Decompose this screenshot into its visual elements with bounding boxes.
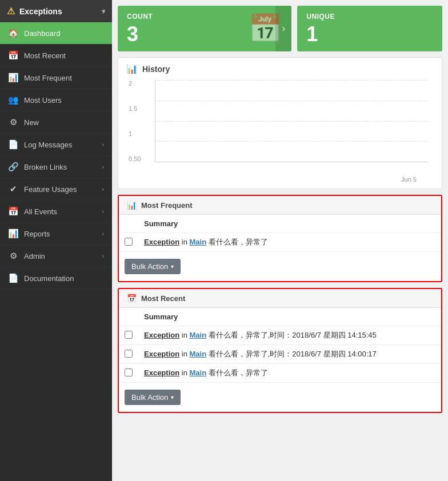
exception-link[interactable]: Exception (144, 238, 179, 246)
sidebar-item-log-messages[interactable]: 📄 Log Messages › (0, 134, 112, 156)
sidebar-item-broken-links[interactable]: 🔗 Broken Links › (0, 156, 112, 178)
events-icon: 📅 (8, 206, 18, 217)
sidebar-item-admin[interactable]: ⚙ Admin › (0, 245, 112, 267)
exception-desc: 看什么看，异常了,时间：2018/6/7 星期四 14:15:45 (209, 331, 377, 339)
main-link[interactable]: Main (189, 368, 206, 377)
main-content: COUNT 3 📅 › UNIQUE 1 📊 History (112, 0, 448, 481)
sidebar-item-documentation[interactable]: 📄 Documentation (0, 267, 112, 290)
new-icon: ⚙ (8, 117, 18, 127)
chart-area (155, 80, 428, 162)
checkbox-cell[interactable] (119, 364, 138, 383)
summary-header: Summary (138, 308, 441, 326)
sidebar-item-reports[interactable]: 📊 Reports › (0, 223, 112, 245)
in-text: in (182, 331, 190, 339)
main-link[interactable]: Main (189, 238, 206, 246)
sidebar-item-most-users[interactable]: 👥 Most Users (0, 89, 112, 111)
sidebar-item-label: Most Users (24, 96, 104, 105)
sidebar-item-most-recent[interactable]: 📅 Most Recent (0, 45, 112, 67)
table-row: Exception in Main 看什么看，异常了 (119, 233, 441, 252)
arrow-right-icon: › (102, 186, 104, 193)
count-info: COUNT 3 (127, 13, 153, 45)
unique-card: UNIQUE 1 (297, 6, 442, 51)
most-frequent-section: 📊 Most Frequent Summary Exception in (118, 195, 442, 282)
unique-value: 1 (306, 24, 335, 45)
stats-row: COUNT 3 📅 › UNIQUE 1 (118, 6, 442, 51)
exception-cell: Exception in Main 看什么看，异常了 (138, 233, 441, 252)
y-axis-labels: 2 1.5 1 0.50 (129, 80, 141, 162)
warning-icon: ⚠ (7, 6, 15, 17)
arrow-right-icon: › (102, 230, 104, 237)
exception-desc: 看什么看，异常了 (209, 368, 268, 377)
exception-cell: Exception in Main 看什么看，异常了,时间：2018/6/7 星… (138, 326, 441, 345)
checkbox-cell[interactable] (119, 345, 138, 364)
chevron-down-icon: ▾ (102, 7, 105, 15)
y-label-2: 2 (129, 80, 141, 87)
exception-link[interactable]: Exception (144, 331, 179, 339)
most-frequent-header: 📊 Most Frequent (119, 196, 441, 215)
bar-chart-icon: 📊 (8, 73, 18, 83)
log-icon: 📄 (8, 139, 18, 150)
y-label-1-5: 1.5 (129, 105, 141, 112)
exception-desc: 看什么看，异常了,时间：2018/6/7 星期四 14:00:17 (209, 350, 377, 358)
sidebar-item-label: Dashboard (24, 29, 104, 38)
checkbox-cell[interactable] (119, 326, 138, 345)
arrow-right-icon: › (102, 208, 104, 215)
sidebar-item-all-events[interactable]: 📅 All Events › (0, 201, 112, 223)
most-frequent-table: Summary Exception in Main 看什么看，异常了 (119, 215, 441, 252)
bulk-action-wrapper-2: Bulk Action ▾ (119, 383, 441, 412)
most-recent-table: Summary Exception in Main 看什么看，异常了,时间：20… (119, 308, 441, 383)
main-link[interactable]: Main (189, 331, 206, 339)
sidebar-item-dashboard[interactable]: 🏠 Dashboard (0, 22, 112, 45)
row-checkbox[interactable] (125, 368, 133, 376)
table-row: Exception in Main 看什么看，异常了,时间：2018/6/7 星… (119, 326, 441, 345)
row-checkbox[interactable] (125, 331, 133, 339)
bulk-action-button[interactable]: Bulk Action ▾ (125, 259, 181, 274)
most-recent-header: 📅 Most Recent (119, 289, 441, 308)
dropdown-caret-icon: ▾ (171, 263, 174, 270)
most-recent-title: Most Recent (141, 294, 185, 303)
bar-chart-icon: 📊 (126, 63, 138, 74)
table-row: Exception in Main 看什么看，异常了,时间：2018/6/7 星… (119, 345, 441, 364)
sidebar-item-new[interactable]: ⚙ New (0, 111, 112, 134)
sidebar: ⚠ Exceptions ▾ 🏠 Dashboard 📅 Most Recent… (0, 0, 112, 481)
sidebar-title: Exceptions (19, 7, 62, 16)
sidebar-item-feature-usages[interactable]: ✔ Feature Usages › (0, 178, 112, 201)
sidebar-item-label: All Events (24, 207, 96, 216)
calendar-icon: 📅 (127, 294, 137, 303)
in-text: in (182, 350, 190, 358)
arrow-right-icon: › (102, 252, 104, 259)
checkbox-header-cell (119, 215, 138, 233)
y-label-0-5: 0.50 (129, 155, 141, 162)
sidebar-item-label: Most Recent (24, 51, 104, 60)
bulk-action-button-2[interactable]: Bulk Action ▾ (125, 390, 181, 405)
y-label-1: 1 (129, 130, 141, 137)
row-checkbox[interactable] (125, 238, 133, 246)
exception-link[interactable]: Exception (144, 368, 179, 377)
sidebar-item-most-frequent[interactable]: 📊 Most Frequent (0, 67, 112, 89)
history-section: 📊 History 2 1.5 1 0.50 (118, 57, 442, 189)
checkbox-header-cell (119, 308, 138, 326)
checkbox-cell[interactable] (119, 233, 138, 252)
exception-link[interactable]: Exception (144, 350, 179, 358)
unique-label: UNIQUE (306, 13, 335, 21)
dropdown-caret-icon-2: ▾ (171, 394, 174, 400)
most-recent-section: 📅 Most Recent Summary Exception in (118, 288, 442, 413)
unique-info: UNIQUE 1 (306, 13, 335, 45)
sidebar-item-label: Admin (24, 252, 96, 260)
exception-cell: Exception in Main 看什么看，异常了,时间：2018/6/7 星… (138, 345, 441, 364)
sidebar-exceptions-header[interactable]: ⚠ Exceptions ▾ (0, 0, 112, 22)
x-label: Jun 5 (401, 176, 417, 183)
most-frequent-title: Most Frequent (141, 201, 193, 210)
reports-icon: 📊 (8, 229, 18, 239)
count-arrow-icon[interactable]: › (282, 23, 285, 34)
count-card: COUNT 3 📅 (118, 6, 291, 51)
exception-desc: 看什么看，异常了 (209, 238, 268, 246)
history-header: 📊 History (126, 63, 434, 74)
in-text: in (182, 238, 190, 246)
users-icon: 👥 (8, 95, 18, 105)
bulk-action-wrapper: Bulk Action ▾ (119, 252, 441, 281)
main-link[interactable]: Main (189, 350, 206, 358)
row-checkbox[interactable] (125, 350, 133, 358)
sidebar-item-label: New (24, 118, 104, 127)
dashboard-icon: 🏠 (8, 28, 18, 38)
